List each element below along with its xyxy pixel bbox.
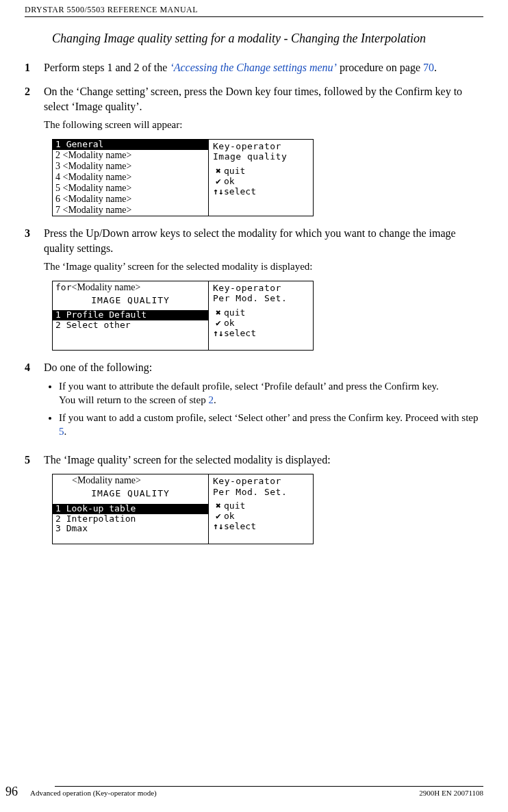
step-number: 2 xyxy=(25,84,44,131)
step-1: 1 Perform steps 1 and 2 of the ‘Accessin… xyxy=(25,60,483,75)
lcd-select-label: select xyxy=(224,521,256,531)
quit-icon: ✖ xyxy=(213,166,224,177)
lcd-modality-name: <Modality name> xyxy=(72,474,141,487)
step-4: 4 Do one of the following: If you want t… xyxy=(25,360,483,443)
step-3: 3 Press the Up/Down arrow keys to select… xyxy=(25,226,483,273)
select-icon: ↑↓ xyxy=(213,187,224,197)
lcd-row: 3 Dmax xyxy=(53,524,208,534)
ok-icon: ✔ xyxy=(213,511,224,522)
page-number: 96 xyxy=(0,783,30,800)
step-text: . xyxy=(434,62,437,73)
step-text: Perform steps 1 and 2 of the xyxy=(44,62,170,73)
lcd-row: 7 <Modality name> xyxy=(53,205,208,216)
step-text: The ‘Image quality’ screen for the selec… xyxy=(44,453,483,468)
bullet-text: You will return to the screen of step xyxy=(59,394,208,405)
bullet-text: . xyxy=(214,394,216,405)
lcd-row: 2 Select other xyxy=(53,320,208,331)
lcd-header: Key-operator xyxy=(213,476,309,487)
lcd-screen-image-quality-options: <Modality name> IMAGE QUALITY 1 Look-up … xyxy=(52,474,314,544)
bullet-item: If you want to add a custom profile, sel… xyxy=(59,411,483,439)
select-icon: ↑↓ xyxy=(213,329,224,339)
lcd-ok-label: ok xyxy=(224,511,235,521)
link-page-70[interactable]: 70 xyxy=(423,62,434,73)
lcd-ok-label: ok xyxy=(224,176,235,186)
link-step-5[interactable]: 5 xyxy=(59,426,64,437)
lcd-quit-label: quit xyxy=(224,166,245,176)
step-subtext: The following screen will appear: xyxy=(44,118,483,131)
lcd-header: Per Mod. Set. xyxy=(213,487,309,498)
step-number: 3 xyxy=(25,226,44,273)
link-accessing-change-settings[interactable]: ‘Accessing the Change settings menu’ xyxy=(170,62,337,73)
lcd-row: 2 <Modality name> xyxy=(53,150,208,161)
running-head: DRYSTAR 5500/5503 REFERENCE MANUAL xyxy=(25,0,483,17)
step-text: Do one of the following: xyxy=(44,360,483,375)
step-text: procedure on page xyxy=(337,62,423,73)
lcd-modality-name: <Modality name> xyxy=(71,281,140,294)
lcd-row-selected: 1 Profile Default xyxy=(53,310,208,320)
bullet-text: . xyxy=(64,426,67,437)
lcd-screen-image-quality-profile: for<Modality name> IMAGE QUALITY 1 Profi… xyxy=(52,281,314,351)
step-number: 4 xyxy=(25,360,44,443)
lcd-quit-label: quit xyxy=(224,307,245,318)
step-2: 2 On the ‘Change setting’ screen, press … xyxy=(25,84,483,131)
step-subtext: The ‘Image quality’ screen for the selec… xyxy=(44,259,483,273)
page-footer: 96 Advanced operation (Key-operator mode… xyxy=(0,783,508,800)
lcd-row-selected: 1 General xyxy=(53,140,208,150)
lcd-title: IMAGE QUALITY xyxy=(53,294,208,307)
lcd-ok-label: ok xyxy=(224,318,235,328)
ok-icon: ✔ xyxy=(213,318,224,329)
link-step-2[interactable]: 2 xyxy=(208,394,214,405)
bullet-text: If you want to add a custom profile, sel… xyxy=(59,412,478,423)
lcd-row: 5 <Modality name> xyxy=(53,183,208,194)
lcd-header: Key-operator xyxy=(213,283,309,294)
lcd-select-label: select xyxy=(224,186,256,196)
lcd-row-selected: 1 Look-up table xyxy=(53,504,208,514)
step-number: 1 xyxy=(25,60,44,75)
lcd-header: Per Mod. Set. xyxy=(213,293,309,304)
lcd-quit-label: quit xyxy=(224,500,245,511)
select-icon: ↑↓ xyxy=(213,522,224,532)
quit-icon: ✖ xyxy=(213,501,224,511)
lcd-title: IMAGE QUALITY xyxy=(53,487,208,500)
step-text: Press the Up/Down arrow keys to select t… xyxy=(44,226,483,255)
footer-right-text: 2900H EN 20071108 xyxy=(419,788,483,798)
section-title: Changing Image quality setting for a mod… xyxy=(52,31,483,47)
bullet-text: If you want to attribute the default pro… xyxy=(59,381,439,392)
quit-icon: ✖ xyxy=(213,308,224,318)
lcd-row: 4 <Modality name> xyxy=(53,172,208,183)
bullet-item: If you want to attribute the default pro… xyxy=(59,379,483,407)
lcd-header: Image quality xyxy=(213,151,309,162)
lcd-for-label: for xyxy=(53,281,71,294)
lcd-header: Key-operator xyxy=(213,141,309,152)
lcd-screen-modality-list: 1 General 2 <Modality name> 3 <Modality … xyxy=(52,139,314,217)
step-number: 5 xyxy=(25,453,44,468)
lcd-row: 3 <Modality name> xyxy=(53,161,208,172)
lcd-row: 2 Interpolation xyxy=(53,514,208,524)
ok-icon: ✔ xyxy=(213,177,224,187)
footer-left-text: Advanced operation (Key-operator mode) xyxy=(30,788,419,798)
lcd-row: 6 <Modality name> xyxy=(53,194,208,205)
step-5: 5 The ‘Image quality’ screen for the sel… xyxy=(25,453,483,468)
step-text: On the ‘Change setting’ screen, press th… xyxy=(44,84,483,114)
lcd-select-label: select xyxy=(224,328,256,338)
